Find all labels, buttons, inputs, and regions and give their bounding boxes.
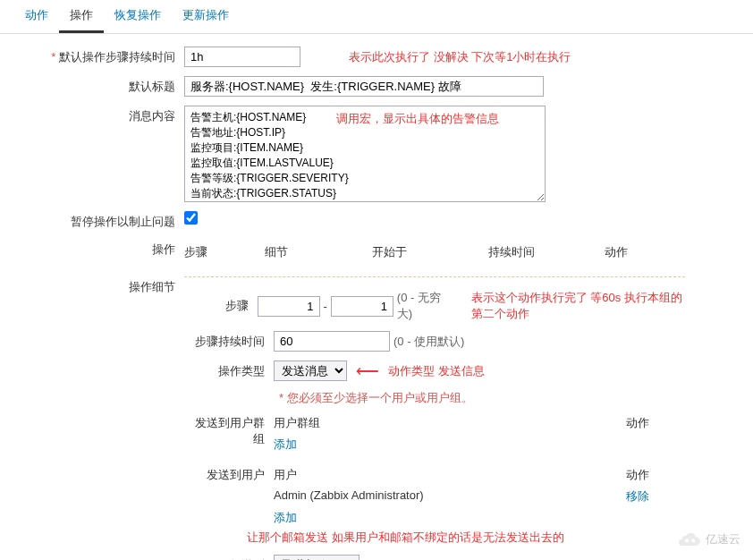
arrow-icon: ⟵	[356, 361, 379, 381]
annotation-2: 调用宏，显示出具体的告警信息	[336, 111, 499, 127]
must-select-warning: 您必须至少选择一个用户或用户组。	[279, 390, 473, 406]
svg-point-0	[685, 539, 689, 542]
cloud-icon	[677, 531, 702, 547]
input-default-step-duration[interactable]	[184, 47, 300, 67]
user-col: 用户	[274, 467, 297, 483]
th-detail: 细节	[265, 244, 372, 260]
input-default-subject[interactable]	[184, 76, 544, 97]
remove-user-link[interactable]: 移除	[626, 488, 649, 505]
step-hint: (0 - 无穷大)	[397, 290, 444, 322]
label-ops-detail: 操作细节	[18, 276, 184, 295]
annotation-3: 表示这个动作执行完了 等60s 执行本组的第二个动作	[471, 290, 685, 322]
label-step-duration: 步骤持续时间	[184, 334, 274, 350]
operation-form: 默认操作步骤持续时间 表示此次执行了 没解决 下次等1小时在执行 默认标题 消息…	[0, 34, 753, 560]
ops-table: 步骤 细节 开始于 持续时间 动作	[184, 239, 685, 267]
add-group-link[interactable]: 添加	[274, 437, 297, 451]
label-pause: 暂停操作以制止问题	[18, 211, 184, 230]
label-default-subject: 默认标题	[18, 76, 184, 95]
annotation-1: 表示此次执行了 没解决 下次等1小时在执行	[349, 49, 571, 65]
step-duration-hint: (0 - 使用默认)	[393, 334, 464, 350]
tabs: 动作 操作 恢复操作 更新操作	[0, 0, 753, 34]
user-row: Admin (Zabbix Administrator)	[274, 488, 424, 505]
input-step-to[interactable]	[331, 296, 393, 317]
tab-action[interactable]: 动作	[14, 0, 59, 33]
watermark: 亿速云	[677, 531, 740, 547]
label-steps: 步骤	[184, 298, 258, 314]
add-user-link[interactable]: 添加	[274, 511, 297, 524]
label-only-to: 仅送到	[184, 557, 274, 561]
annotation-5: 让那个邮箱发送 如果用户和邮箱不绑定的话是无法发送出去的	[247, 530, 649, 546]
select-op-type[interactable]: 发送消息	[274, 361, 347, 381]
ops-detail-box: 步骤 - (0 - 无穷大) 表示这个动作执行完了 等60s 执行本组的第二个动…	[184, 276, 685, 560]
label-ops: 操作	[18, 239, 184, 258]
action-col: 动作	[626, 415, 649, 431]
input-step-duration[interactable]	[274, 331, 390, 352]
select-only-to[interactable]: 盈世邮箱	[274, 555, 360, 560]
th-action: 动作	[605, 244, 628, 260]
action-col-2: 动作	[626, 467, 649, 483]
checkbox-pause[interactable]	[184, 211, 198, 225]
label-default-step-duration: 默认操作步骤持续时间	[18, 47, 184, 65]
svg-point-1	[691, 539, 695, 542]
th-start: 开始于	[372, 244, 488, 260]
tab-operation[interactable]: 操作	[59, 0, 104, 33]
label-send-user: 发送到用户	[184, 467, 274, 483]
tab-update[interactable]: 更新操作	[172, 0, 240, 33]
input-step-from[interactable]	[258, 296, 320, 317]
annotation-4: 动作类型 发送信息	[388, 363, 485, 379]
group-table: 用户群组 动作 添加	[274, 415, 649, 453]
tab-recovery[interactable]: 恢复操作	[104, 0, 172, 33]
user-table: 用户 动作 Admin (Zabbix Administrator) 移除 添加…	[274, 467, 649, 546]
group-col: 用户群组	[274, 415, 320, 431]
label-message: 消息内容	[18, 106, 184, 124]
label-op-type: 操作类型	[184, 363, 274, 379]
th-step: 步骤	[184, 244, 265, 260]
label-send-group: 发送到用户群组	[184, 415, 274, 447]
th-duration: 持续时间	[488, 244, 605, 260]
